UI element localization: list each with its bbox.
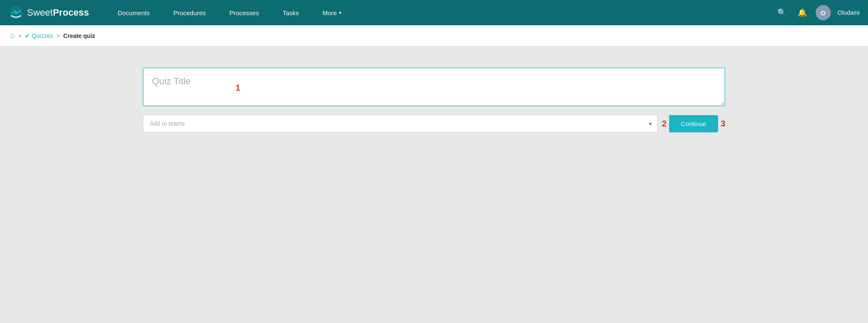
nav-documents[interactable]: Documents — [106, 0, 162, 25]
quiz-title-input[interactable] — [143, 67, 725, 106]
breadcrumb-sep-2: > — [57, 32, 60, 39]
continue-step-badge: 3 — [721, 119, 725, 129]
continue-button[interactable]: Continue — [669, 115, 718, 132]
navbar: SweetProcess Documents Procedures Proces… — [0, 0, 868, 25]
nav-links: Documents Procedures Processes Tasks Mor… — [106, 0, 775, 25]
quiz-title-section: 1 — [143, 67, 725, 108]
main-content: 1 Add to teams ▾ 2 Continue 3 — [0, 46, 868, 323]
brand-name: SweetProcess — [27, 7, 89, 18]
nav-procedures[interactable]: Procedures — [162, 0, 218, 25]
teams-row: Add to teams ▾ 2 Continue 3 — [143, 115, 725, 132]
teams-select[interactable]: Add to teams — [143, 115, 658, 132]
check-icon: ✔ — [25, 32, 30, 39]
user-name[interactable]: Oludami — [838, 9, 860, 16]
breadcrumb-home[interactable]: ⌂ — [10, 31, 15, 40]
search-icon: 🔍 — [777, 8, 787, 17]
avatar[interactable]: O — [816, 5, 831, 20]
nav-right: 🔍 🔔 O Oludami — [775, 5, 860, 20]
breadcrumb-current: Create quiz — [63, 32, 95, 39]
more-chevron-icon: ▾ — [339, 10, 342, 16]
search-button[interactable]: 🔍 — [775, 6, 789, 19]
nav-more[interactable]: More ▾ — [311, 0, 353, 25]
create-quiz-form: 1 Add to teams ▾ 2 Continue 3 — [143, 67, 725, 132]
nav-processes[interactable]: Processes — [217, 0, 271, 25]
breadcrumb: ⌂ > ✔ Quizzes > Create quiz — [0, 25, 868, 46]
bell-icon: 🔔 — [797, 8, 807, 17]
nav-tasks[interactable]: Tasks — [271, 0, 310, 25]
svg-point-1 — [14, 11, 17, 14]
breadcrumb-sep-1: > — [18, 32, 22, 39]
notifications-button[interactable]: 🔔 — [795, 6, 809, 19]
teams-select-wrapper: Add to teams ▾ — [143, 115, 658, 132]
brand-logo[interactable]: SweetProcess — [8, 5, 89, 20]
breadcrumb-quizzes[interactable]: ✔ Quizzes — [25, 32, 53, 39]
teams-step-badge: 2 — [662, 119, 667, 129]
home-icon: ⌂ — [10, 31, 15, 40]
